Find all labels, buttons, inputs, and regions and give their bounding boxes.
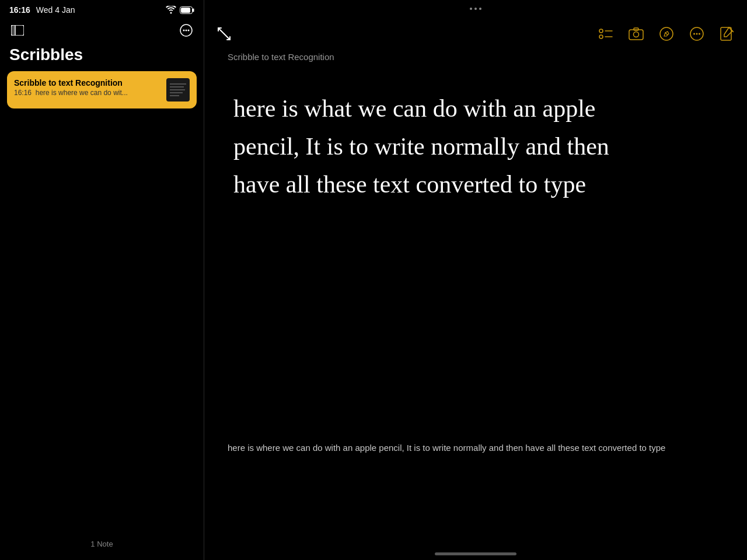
sidebar: 16:16 Wed 4 Jan bbox=[0, 0, 204, 560]
svg-line-16 bbox=[218, 28, 224, 34]
status-time: 16:16 bbox=[9, 5, 30, 15]
sidebar-title: Scribbles bbox=[0, 43, 204, 71]
wifi-icon bbox=[166, 6, 176, 14]
note-card-meta: 16:16 here is where we can do wit... bbox=[14, 89, 160, 97]
svg-point-7 bbox=[183, 30, 185, 32]
top-dots bbox=[470, 8, 481, 10]
more-button[interactable] bbox=[689, 26, 705, 42]
sidebar-more-button[interactable] bbox=[178, 22, 194, 38]
svg-rect-1 bbox=[193, 8, 194, 12]
main-top-bar bbox=[204, 0, 747, 18]
status-date: Wed 4 Jan bbox=[36, 5, 75, 15]
svg-text:here is what we can do with an: here is what we can do with an apple bbox=[233, 95, 595, 122]
note-canvas[interactable]: here is what we can do with an apple pen… bbox=[204, 67, 747, 560]
svg-point-8 bbox=[186, 30, 187, 32]
svg-point-19 bbox=[599, 35, 603, 38]
toolbar-right bbox=[598, 26, 735, 42]
sidebar-top-bar bbox=[0, 18, 204, 43]
note-title: Scribble to text Recognition bbox=[228, 52, 334, 62]
note-count: 1 Note bbox=[0, 540, 204, 548]
note-card[interactable]: Scribble to text Recognition 16:16 here … bbox=[7, 71, 197, 108]
svg-rect-2 bbox=[181, 8, 190, 13]
markup-button[interactable] bbox=[658, 26, 675, 42]
main-area: Scribble to text Recognition here is wha… bbox=[204, 0, 747, 560]
dot-2 bbox=[474, 8, 477, 10]
handwriting-svg: here is what we can do with an apple pen… bbox=[228, 79, 724, 324]
svg-line-26 bbox=[665, 33, 668, 35]
note-preview: here is where we can do wit... bbox=[33, 89, 127, 97]
resize-button[interactable] bbox=[216, 26, 232, 42]
note-card-title: Scribble to text Recognition bbox=[14, 78, 160, 88]
note-card-thumbnail bbox=[166, 78, 190, 102]
typed-text: here is where we can do with an apple pe… bbox=[228, 443, 665, 453]
svg-text:have   all   these   text  con: have all these text converted to type bbox=[233, 171, 586, 198]
dot-1 bbox=[470, 8, 472, 10]
svg-rect-24 bbox=[634, 28, 638, 30]
svg-point-28 bbox=[693, 33, 695, 34]
note-title-bar: Scribble to text Recognition bbox=[204, 50, 747, 67]
compose-button[interactable] bbox=[719, 26, 735, 42]
sidebar-status-bar: 16:16 Wed 4 Jan bbox=[0, 0, 204, 18]
main-toolbar bbox=[204, 18, 747, 50]
svg-point-29 bbox=[696, 33, 698, 34]
typed-text-area: here is where we can do with an apple pe… bbox=[228, 441, 724, 455]
home-indicator bbox=[435, 552, 516, 555]
camera-button[interactable] bbox=[628, 26, 644, 42]
handwriting-area: here is what we can do with an apple pen… bbox=[228, 79, 724, 324]
note-card-content: Scribble to text Recognition 16:16 here … bbox=[14, 78, 160, 97]
checklist-button[interactable] bbox=[598, 26, 614, 42]
svg-line-17 bbox=[224, 34, 230, 40]
svg-point-18 bbox=[599, 29, 603, 33]
dot-3 bbox=[479, 8, 481, 10]
svg-rect-22 bbox=[629, 30, 643, 40]
battery-icon bbox=[180, 6, 194, 14]
svg-point-30 bbox=[699, 33, 700, 34]
svg-text:pencil,  It  is  to  write  no: pencil, It is to write normally and then bbox=[233, 133, 609, 160]
status-icons bbox=[166, 6, 194, 14]
note-time: 16:16 bbox=[14, 89, 32, 97]
svg-rect-4 bbox=[11, 25, 15, 36]
sidebar-toggle-button[interactable] bbox=[9, 22, 26, 38]
svg-point-9 bbox=[188, 30, 190, 32]
svg-point-23 bbox=[634, 32, 639, 37]
